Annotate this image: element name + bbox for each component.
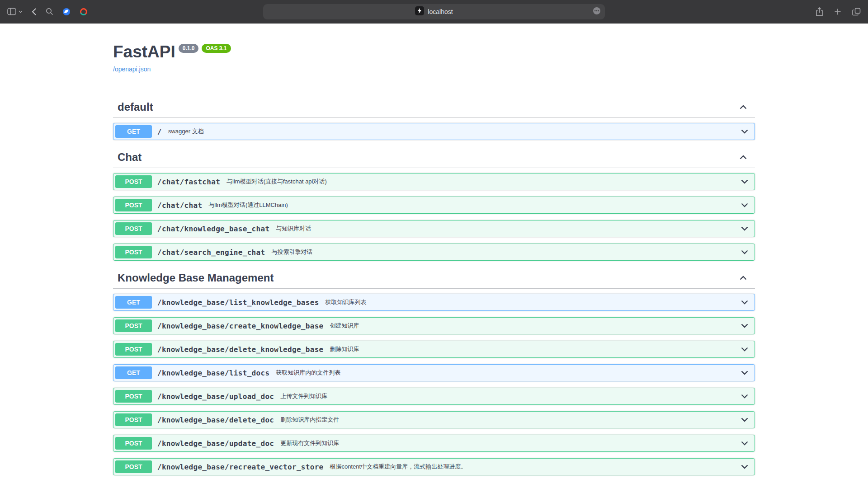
endpoint-path: / — [152, 127, 167, 136]
section-header[interactable]: default — [113, 97, 755, 118]
method-badge: POST — [115, 246, 152, 258]
endpoint-row[interactable]: POST /knowledge_base/upload_doc 上传文件到知识库 — [113, 388, 755, 405]
endpoint-row[interactable]: GET / swagger 文档 — [113, 123, 755, 140]
endpoint-summary[interactable]: POST /chat/fastchat 与llm模型对话(直接与fastchat… — [113, 174, 755, 190]
share-icon[interactable] — [816, 7, 823, 16]
expand-endpoint-icon[interactable] — [741, 127, 748, 136]
endpoint-summary[interactable]: POST /knowledge_base/delete_knowledge_ba… — [113, 341, 755, 357]
api-sections: default GET / swagger 文档 Chat — [113, 97, 755, 475]
endpoint-row[interactable]: GET /knowledge_base/list_docs 获取知识库内的文件列… — [113, 364, 755, 381]
search-icon[interactable] — [46, 8, 53, 15]
endpoint-summary[interactable]: POST /knowledge_base/create_knowledge_ba… — [113, 318, 755, 334]
address-bar[interactable]: localhost — [263, 4, 605, 19]
endpoint-row[interactable]: POST /chat/search_engine_chat 与搜索引擎对话 — [113, 244, 755, 261]
page-menu-icon[interactable] — [593, 7, 601, 17]
browser-window: localhost — [0, 0, 868, 488]
method-badge: POST — [115, 343, 152, 356]
method-badge: POST — [115, 199, 152, 211]
endpoint-summary[interactable]: POST /chat/search_engine_chat 与搜索引擎对话 — [113, 244, 755, 260]
endpoint-path: /knowledge_base/update_doc — [152, 439, 279, 448]
tab-overview-icon[interactable] — [852, 8, 861, 16]
toolbar-right — [816, 7, 861, 16]
new-tab-icon[interactable] — [834, 8, 841, 15]
endpoint-summary[interactable]: POST /knowledge_base/upload_doc 上传文件到知识库 — [113, 388, 755, 404]
endpoint-row[interactable]: POST /knowledge_base/delete_knowledge_ba… — [113, 341, 755, 358]
back-icon[interactable] — [32, 8, 37, 16]
openapi-spec-link[interactable]: /openapi.json — [113, 66, 151, 73]
expand-endpoint-icon[interactable] — [741, 416, 748, 424]
api-info: FastAPI0.1.0OAS 3.1 /openapi.json — [113, 42, 755, 73]
endpoint-row[interactable]: POST /chat/chat 与llm模型对话(通过LLMChain) — [113, 197, 755, 214]
endpoint-summary[interactable]: POST /chat/chat 与llm模型对话(通过LLMChain) — [113, 197, 755, 213]
endpoint-description: 与llm模型对话(通过LLMChain) — [208, 201, 288, 209]
method-badge: GET — [115, 296, 152, 309]
chevron-down-icon[interactable] — [19, 10, 23, 13]
expand-endpoint-icon[interactable] — [741, 201, 748, 209]
endpoint-path: /chat/chat — [152, 201, 208, 210]
api-section: Chat POST /chat/fastchat 与llm模型对话(直接与fas… — [113, 147, 755, 261]
endpoint-row[interactable]: POST /knowledge_base/delete_doc 删除知识库内指定… — [113, 411, 755, 428]
endpoint-path: /chat/fastchat — [152, 178, 226, 186]
endpoint-path: /knowledge_base/delete_knowledge_base — [152, 345, 329, 354]
method-badge: POST — [115, 222, 152, 235]
endpoint-summary[interactable]: POST /chat/knowledge_base_chat 与知识库对话 — [113, 221, 755, 237]
section-header[interactable]: Knowledge Base Management — [113, 267, 755, 289]
expand-endpoint-icon[interactable] — [741, 248, 748, 256]
swagger-page: FastAPI0.1.0OAS 3.1 /openapi.json defaul… — [0, 23, 868, 475]
endpoint-description: 获取知识库列表 — [325, 298, 367, 306]
endpoint-description: 上传文件到知识库 — [279, 392, 327, 400]
method-badge: POST — [115, 460, 152, 473]
endpoint-row[interactable]: POST /knowledge_base/update_doc 更新现有文件到知… — [113, 435, 755, 452]
sidebar-icon[interactable] — [7, 8, 16, 15]
method-badge: GET — [115, 125, 152, 138]
expand-endpoint-icon[interactable] — [741, 345, 748, 353]
extension-blue-icon[interactable] — [62, 8, 71, 16]
endpoint-row[interactable]: POST /knowledge_base/recreate_vector_sto… — [113, 458, 755, 475]
api-section: default GET / swagger 文档 — [113, 97, 755, 140]
expand-endpoint-icon[interactable] — [741, 322, 748, 330]
section-title: Knowledge Base Management — [118, 271, 274, 285]
method-badge: POST — [115, 413, 152, 426]
endpoint-description: 根据content中文档重建向量库，流式输出处理进度。 — [329, 463, 467, 471]
endpoint-path: /knowledge_base/delete_doc — [152, 416, 279, 424]
endpoint-row[interactable]: POST /knowledge_base/create_knowledge_ba… — [113, 317, 755, 334]
endpoint-description: 创建知识库 — [329, 322, 359, 330]
endpoint-summary[interactable]: GET /knowledge_base/list_knowledge_bases… — [113, 294, 755, 310]
endpoint-path: /knowledge_base/list_knowledge_bases — [152, 298, 325, 307]
version-badge: 0.1.0 — [179, 44, 199, 53]
oas-badge: OAS 3.1 — [202, 44, 231, 53]
expand-endpoint-icon[interactable] — [741, 298, 748, 306]
api-title-text: FastAPI — [113, 42, 175, 61]
expand-endpoint-icon[interactable] — [741, 439, 748, 447]
expand-endpoint-icon[interactable] — [741, 225, 748, 233]
section-title: Chat — [118, 150, 142, 164]
endpoint-description: 更新现有文件到知识库 — [279, 439, 339, 447]
method-badge: POST — [115, 437, 152, 450]
endpoint-row[interactable]: GET /knowledge_base/list_knowledge_bases… — [113, 294, 755, 311]
collapse-section-icon[interactable] — [740, 274, 747, 282]
endpoint-description: 与llm模型对话(直接与fastchat api对话) — [226, 178, 327, 186]
endpoint-summary[interactable]: GET /knowledge_base/list_docs 获取知识库内的文件列… — [113, 365, 755, 381]
endpoint-summary[interactable]: GET / swagger 文档 — [113, 123, 755, 140]
endpoint-path: /knowledge_base/upload_doc — [152, 392, 279, 401]
expand-endpoint-icon[interactable] — [741, 463, 748, 471]
endpoint-row[interactable]: POST /chat/fastchat 与llm模型对话(直接与fastchat… — [113, 173, 755, 190]
extension-orange-icon[interactable] — [80, 8, 88, 16]
endpoint-summary[interactable]: POST /knowledge_base/update_doc 更新现有文件到知… — [113, 435, 755, 451]
endpoint-description: swagger 文档 — [167, 127, 204, 136]
collapse-section-icon[interactable] — [740, 103, 747, 111]
expand-endpoint-icon[interactable] — [741, 178, 748, 186]
endpoint-summary[interactable]: POST /knowledge_base/delete_doc 删除知识库内指定… — [113, 412, 755, 428]
section-endpoints: POST /chat/fastchat 与llm模型对话(直接与fastchat… — [113, 168, 755, 261]
method-badge: POST — [115, 319, 152, 332]
method-badge: GET — [115, 366, 152, 379]
endpoint-row[interactable]: POST /chat/knowledge_base_chat 与知识库对话 — [113, 220, 755, 237]
endpoint-description: 删除知识库内指定文件 — [279, 416, 339, 424]
expand-endpoint-icon[interactable] — [741, 392, 748, 400]
endpoint-summary[interactable]: POST /knowledge_base/recreate_vector_sto… — [113, 459, 755, 475]
expand-endpoint-icon[interactable] — [741, 369, 748, 377]
section-header[interactable]: Chat — [113, 147, 755, 168]
collapse-section-icon[interactable] — [740, 153, 747, 161]
site-favicon-icon — [415, 6, 424, 17]
method-badge: POST — [115, 390, 152, 403]
